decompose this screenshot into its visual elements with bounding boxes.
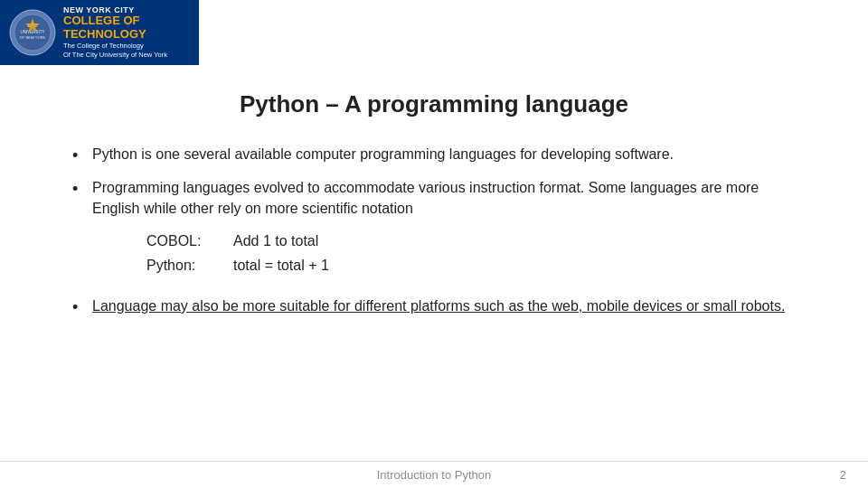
college-name-block: NEW YORK CITY COLLEGE OF TECHNOLOGY The … [63,5,167,60]
bullet-1: Python is one several available computer… [72,144,796,164]
college-sub2: Of The City University of New York [63,52,167,60]
bullet-3-text: Language may also be more suitable for d… [92,298,785,314]
college-sub1: The College of Technology [63,42,167,51]
bullet-list: Python is one several available computer… [72,144,796,316]
bullet-3: Language may also be more suitable for d… [72,296,796,316]
footer-text: Introduction to Python [377,468,491,482]
cobol-value: Add 1 to total [233,230,318,251]
page-number: 2 [840,468,846,482]
svg-text:UNIVERSITY: UNIVERSITY [20,30,44,34]
code-row-cobol: COBOL: Add 1 to total [146,230,329,251]
cobol-label: COBOL: [146,230,212,251]
svg-text:OF NEW YORK: OF NEW YORK [20,35,46,40]
python-value: total = total + 1 [233,255,329,276]
slide-content: Python – A programming language Python i… [0,65,868,461]
footer: Introduction to Python 2 [0,461,868,488]
python-label: Python: [146,255,212,276]
slide-title: Python – A programming language [72,90,796,118]
code-examples: COBOL: Add 1 to total Python: total = to… [146,230,329,279]
code-row-python: Python: total = total + 1 [146,255,329,276]
college-name: COLLEGE OF TECHNOLOGY [63,14,167,41]
bullet-2: Programming languages evolved to accommo… [72,177,796,279]
college-seal-icon: CITY UNIVERSITY OF NEW YORK [9,9,56,56]
header-logo: CITY UNIVERSITY OF NEW YORK NEW YORK CIT… [0,0,199,65]
